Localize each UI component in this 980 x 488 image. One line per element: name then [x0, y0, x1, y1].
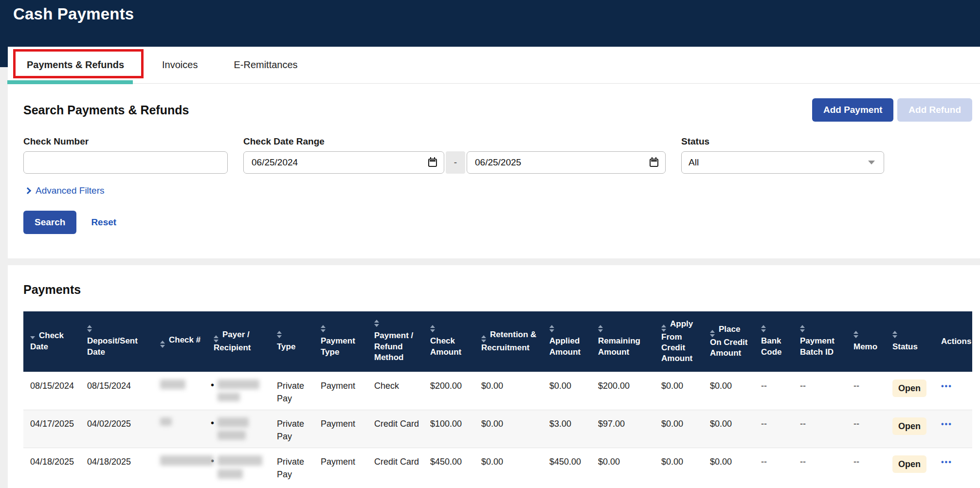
cell-status: Open: [886, 448, 934, 486]
column-header-deposit-sent-date[interactable]: Deposit/Sent Date: [80, 311, 153, 372]
cell-retention: $0.00: [474, 448, 543, 486]
date-range-label: Check Date Range: [243, 136, 666, 147]
cell-apply-from-credit: $0.00: [654, 410, 703, 448]
sort-icon: [374, 320, 416, 327]
date-from-input[interactable]: 06/25/2024: [243, 151, 444, 174]
table-row: 08/15/2024 08/15/2024 • Private Pay Paym…: [23, 372, 972, 410]
sort-icon: [549, 325, 583, 332]
cell-bank-code: --: [754, 372, 793, 410]
column-header-status[interactable]: Status: [886, 311, 934, 372]
column-header-type[interactable]: Type: [270, 311, 314, 372]
column-header-check-number[interactable]: Check #: [153, 311, 207, 372]
sort-icon: [761, 325, 785, 332]
cell-check-number-redacted: [153, 448, 207, 486]
check-number-input[interactable]: [23, 151, 228, 174]
cell-check-date: 04/17/2025: [23, 410, 80, 448]
column-header-apply-from-credit[interactable]: Apply From Credit Amount: [654, 311, 703, 372]
search-button[interactable]: Search: [23, 211, 76, 234]
column-header-retention-recruitment[interactable]: Retention & Recruitment: [474, 311, 543, 372]
column-header-payer-recipient[interactable]: Payer / Recipient: [207, 311, 270, 372]
tab-label: Payments & Refunds: [27, 59, 124, 70]
sort-icon: [481, 335, 486, 343]
date-to-value: 06/25/2025: [475, 157, 521, 168]
cell-retention: $0.00: [474, 372, 543, 410]
cell-applied: $450.00: [543, 448, 591, 486]
cell-check-amount: $100.00: [423, 410, 474, 448]
chevron-down-icon: [868, 161, 875, 164]
cell-method: Credit Card: [367, 410, 423, 448]
cell-payer-recipient-redacted: •: [207, 410, 270, 448]
table-row: 04/17/2025 04/02/2025 • Private Pay Paym…: [23, 410, 972, 448]
cell-type: Private Pay: [270, 448, 314, 486]
cell-check-amount: $450.00: [423, 448, 474, 486]
add-payment-button[interactable]: Add Payment: [812, 98, 893, 122]
column-header-check-amount[interactable]: Check Amount: [423, 311, 474, 372]
tab-label: E-Remittances: [234, 59, 297, 70]
cell-remaining: $97.00: [591, 410, 654, 448]
tab-payments-refunds[interactable]: Payments & Refunds: [27, 59, 124, 71]
search-heading: Search Payments & Refunds: [23, 103, 189, 117]
cell-retention: $0.00: [474, 410, 543, 448]
cell-bank-code: --: [754, 448, 793, 486]
cell-method: Credit Card: [367, 448, 423, 486]
date-to-input[interactable]: 06/25/2025: [467, 151, 666, 174]
cell-payment-type: Payment: [314, 410, 367, 448]
sort-icon: [430, 325, 467, 332]
table-row: 04/18/2025 04/18/2025 • Private Pay Paym…: [23, 448, 972, 486]
tab-invoices[interactable]: Invoices: [162, 59, 198, 71]
tab-eremittances[interactable]: E-Remittances: [234, 59, 297, 71]
status-badge: Open: [892, 417, 926, 435]
column-header-check-date[interactable]: Check Date: [23, 311, 80, 372]
column-header-place-on-credit[interactable]: Place On Credit Amount: [703, 311, 754, 372]
column-header-payment-batch-id[interactable]: Payment Batch ID: [793, 311, 847, 372]
column-header-bank-code[interactable]: Bank Code: [754, 311, 793, 372]
row-actions-menu[interactable]: •••: [941, 420, 952, 428]
column-header-applied-amount[interactable]: Applied Amount: [543, 311, 591, 372]
column-header-payment-type[interactable]: Payment Type: [314, 311, 367, 372]
column-header-payment-refund-method[interactable]: Payment / Refund Method: [367, 311, 423, 372]
page-header: Cash Payments: [0, 0, 980, 47]
sort-desc-icon: [30, 336, 35, 339]
sort-icon: [853, 331, 878, 338]
sort-icon: [277, 331, 306, 338]
sort-icon: [661, 325, 666, 332]
cell-check-number-redacted: [153, 372, 207, 410]
cell-actions: •••: [934, 372, 972, 410]
cell-apply-from-credit: $0.00: [654, 372, 703, 410]
sort-icon: [892, 331, 926, 338]
active-tab-underline: [7, 80, 133, 84]
cell-payer-recipient-redacted: •: [207, 448, 270, 486]
cell-check-date: 04/18/2025: [23, 448, 80, 486]
cell-batch-id: --: [793, 448, 847, 486]
row-actions-menu[interactable]: •••: [941, 382, 952, 390]
cell-place-on-credit: $0.00: [703, 448, 754, 486]
cell-payment-type: Payment: [314, 448, 367, 486]
sort-icon: [710, 330, 715, 337]
advanced-filters-toggle[interactable]: Advanced Filters: [23, 185, 105, 196]
cell-remaining: $0.00: [591, 448, 654, 486]
calendar-icon[interactable]: [650, 159, 658, 167]
column-header-remaining-amount[interactable]: Remaining Amount: [591, 311, 654, 372]
search-panel: Search Payments & Refunds Add Payment Ad…: [8, 84, 980, 258]
column-header-actions: Actions: [934, 311, 972, 372]
cell-memo: --: [847, 410, 886, 448]
cell-check-number-redacted: [153, 410, 207, 448]
tab-label: Invoices: [162, 59, 198, 70]
cell-status: Open: [886, 410, 934, 448]
cell-actions: •••: [934, 410, 972, 448]
cell-payment-type: Payment: [314, 372, 367, 410]
sort-icon: [160, 341, 165, 348]
table-header-row: Check Date Deposit/Sent Date Check # Pay…: [23, 311, 972, 372]
column-header-memo[interactable]: Memo: [847, 311, 886, 372]
cell-memo: --: [847, 372, 886, 410]
reset-link[interactable]: Reset: [91, 217, 116, 228]
add-refund-button[interactable]: Add Refund: [897, 98, 972, 122]
row-actions-menu[interactable]: •••: [941, 458, 952, 466]
date-from-value: 06/25/2024: [252, 157, 298, 168]
calendar-icon[interactable]: [428, 159, 437, 167]
cell-remaining: $200.00: [591, 372, 654, 410]
cell-status: Open: [886, 372, 934, 410]
cell-deposit-date: 08/15/2024: [80, 372, 153, 410]
status-select[interactable]: All: [681, 151, 884, 174]
cell-apply-from-credit: $0.00: [654, 448, 703, 486]
